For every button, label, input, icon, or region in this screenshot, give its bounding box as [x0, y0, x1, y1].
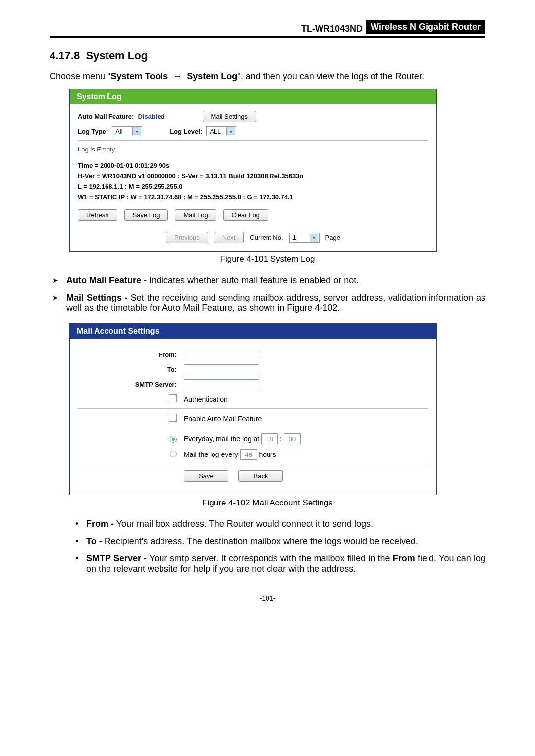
- next-button[interactable]: Next: [214, 232, 244, 243]
- page-header: TL-WR1043ND Wireless N Gigabit Router: [50, 20, 485, 38]
- schedule-interval-input[interactable]: [240, 449, 257, 460]
- auth-label: Authentication: [184, 395, 228, 403]
- chevron-down-icon: ▾: [310, 234, 318, 242]
- to-input[interactable]: [184, 364, 259, 374]
- previous-button[interactable]: Previous: [166, 232, 208, 243]
- from-label: From:: [78, 351, 184, 358]
- save-button[interactable]: Save: [184, 470, 228, 482]
- schedule-interval-radio[interactable]: [170, 451, 177, 457]
- smtp-input[interactable]: [184, 379, 259, 389]
- enable-automail-checkbox[interactable]: [169, 414, 177, 422]
- list-item: From - Your mail box address. The Router…: [86, 519, 485, 529]
- to-label: To:: [78, 366, 184, 373]
- schedule-interval-label: Mail the log every: [184, 451, 238, 458]
- list-item: Auto Mail Feature - Indicates whether au…: [66, 275, 485, 286]
- figure-caption: Figure 4-101 System Log: [50, 254, 485, 264]
- figure-system-log: System Log Auto Mail Feature: Disabled M…: [69, 89, 437, 252]
- header-model: TL-WR1043ND: [301, 24, 363, 34]
- mail-settings-button[interactable]: Mail Settings: [203, 111, 256, 122]
- page-label: Page: [325, 234, 340, 241]
- feature-list: Auto Mail Feature - Indicates whether au…: [50, 275, 485, 313]
- log-level-select[interactable]: ALL ▾: [206, 126, 236, 136]
- current-no-select[interactable]: 1 ▾: [289, 233, 320, 243]
- schedule-daily-label: Everyday, mail the log at: [184, 435, 259, 443]
- schedule-hour-input[interactable]: [261, 433, 278, 444]
- refresh-button[interactable]: Refresh: [78, 209, 117, 221]
- list-item: SMTP Server - Your smtp server. It corre…: [86, 554, 485, 574]
- info-version: H-Ver = WR1043ND v1 00000000 : S-Ver = 3…: [78, 172, 428, 180]
- log-level-label: Log Level:: [170, 128, 202, 135]
- save-log-button[interactable]: Save Log: [124, 209, 168, 221]
- schedule-interval-unit: hours: [259, 451, 276, 458]
- figure-mail-account: Mail Account Settings From: To: SMTP Ser…: [69, 323, 437, 495]
- schedule-minute-input[interactable]: [284, 433, 301, 444]
- info-wan: W1 = STATIC IP : W = 172.30.74.68 : M = …: [78, 193, 428, 201]
- log-type-label: Log Type:: [78, 128, 108, 135]
- info-lan: L = 192.168.1.1 : M = 255.255.255.0: [78, 183, 428, 190]
- current-no-label: Current No.: [250, 234, 283, 241]
- auto-mail-value: Disabled: [138, 113, 164, 120]
- log-type-select[interactable]: All ▾: [112, 126, 142, 136]
- smtp-label: SMTP Server:: [78, 381, 184, 388]
- auth-checkbox[interactable]: [169, 394, 177, 402]
- arrow-right-icon: →: [170, 71, 184, 82]
- auto-mail-label: Auto Mail Feature:: [78, 113, 134, 120]
- clear-log-button[interactable]: Clear Log: [223, 209, 268, 221]
- header-tagline: Wireless N Gigabit Router: [366, 20, 485, 34]
- intro-paragraph: Choose menu "System Tools → System Log",…: [50, 71, 485, 82]
- from-input[interactable]: [184, 350, 259, 359]
- chevron-down-icon: ▾: [132, 127, 141, 135]
- back-button[interactable]: Back: [238, 470, 283, 482]
- panel-title: Mail Account Settings: [70, 324, 436, 339]
- panel-title: System Log: [70, 89, 436, 104]
- list-item: Mail Settings - Set the receiving and se…: [66, 293, 485, 313]
- list-item: To - Recipient's address. The destinatio…: [86, 536, 485, 547]
- figure-caption: Figure 4-102 Mail Account Settings: [50, 498, 485, 508]
- mail-log-button[interactable]: Mail Log: [175, 209, 216, 221]
- log-empty-text: Log is Empty.: [78, 146, 428, 153]
- schedule-daily-radio[interactable]: [170, 436, 177, 443]
- info-time: Time = 2000-01-01 0:01:29 90s: [78, 162, 428, 169]
- field-list: From - Your mail box address. The Router…: [50, 519, 485, 574]
- enable-automail-label: Enable Auto Mail Feature: [184, 415, 262, 423]
- chevron-down-icon: ▾: [226, 127, 235, 135]
- page-number: -101-: [50, 594, 485, 602]
- section-heading: 4.17.8 System Log: [50, 50, 485, 62]
